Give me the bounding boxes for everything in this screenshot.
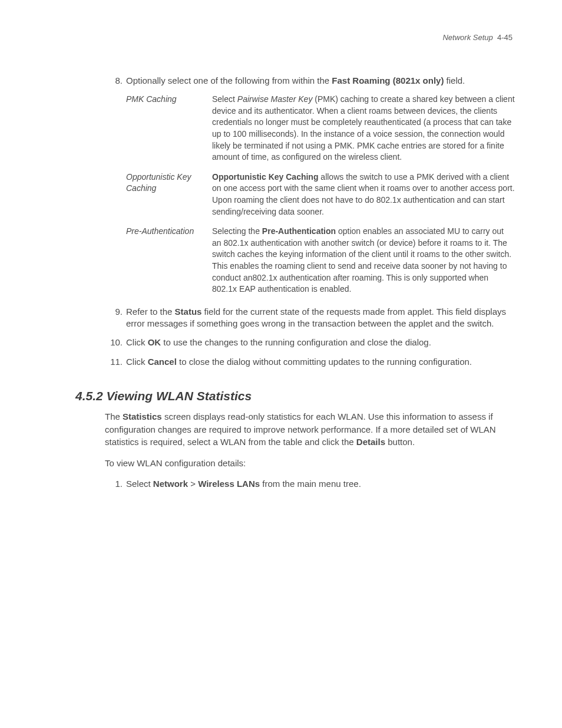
step-11: 11. Click Cancel to close the dialog wit…: [108, 356, 515, 368]
document-page: Network Setup 4-45 8. Optionally select …: [0, 0, 562, 728]
section-step-1: 1. Select Network > Wireless LANs from t…: [108, 478, 515, 490]
step-body: Click Cancel to close the dialog without…: [126, 356, 515, 368]
ok-button-label: OK: [148, 337, 161, 347]
table-row: PMK Caching Select Pairwise Master Key (…: [126, 94, 515, 163]
details-button-label: Details: [356, 437, 385, 447]
step-body: Optionally select one of the following f…: [126, 75, 515, 87]
fast-roaming-field-label: Fast Roaming (8021x only): [332, 75, 444, 85]
chapter-title: Network Setup: [442, 33, 492, 42]
wireless-lans-menu-label: Wireless LANs: [198, 479, 260, 489]
def-opportunistic-key-caching: Opportunistic Key Caching allows the swi…: [212, 172, 515, 218]
step-number: 9.: [108, 306, 123, 330]
step-number: 11.: [108, 356, 123, 368]
def-pre-authentication: Selecting the Pre-Authentication option …: [212, 226, 515, 295]
table-row: Pre-Authentication Selecting the Pre-Aut…: [126, 226, 515, 295]
page-header: Network Setup 4-45: [75, 33, 515, 42]
cancel-button-label: Cancel: [148, 357, 177, 367]
step-9: 9. Refer to the Status field for the cur…: [108, 306, 515, 330]
term-opportunistic-key-caching: Opportunistic Key Caching: [126, 172, 201, 218]
section-paragraph: To view WLAN configuration details:: [105, 457, 515, 470]
table-row: Opportunistic Key Caching Opportunistic …: [126, 172, 515, 218]
statistics-screen-label: Statistics: [123, 411, 162, 421]
definition-table: PMK Caching Select Pairwise Master Key (…: [126, 94, 515, 295]
network-menu-label: Network: [153, 479, 188, 489]
step-number: 8.: [108, 75, 123, 87]
status-field-label: Status: [175, 307, 202, 317]
step-8: 8. Optionally select one of the followin…: [108, 75, 515, 87]
term-pre-authentication: Pre-Authentication: [126, 226, 201, 295]
step-number: 1.: [108, 478, 123, 490]
section-heading: 4.5.2 Viewing WLAN Statistics: [75, 389, 515, 403]
def-pmk-caching: Select Pairwise Master Key (PMK) caching…: [212, 94, 515, 163]
step-number: 10.: [108, 337, 123, 348]
step-body: Select Network > Wireless LANs from the …: [126, 478, 515, 490]
step-body: Click OK to use the changes to the runni…: [126, 337, 515, 348]
term-pmk-caching: PMK Caching: [126, 94, 201, 163]
page-number: 4-45: [497, 33, 513, 42]
step-10: 10. Click OK to use the changes to the r…: [108, 337, 515, 348]
step-body: Refer to the Status field for the curren…: [126, 306, 515, 330]
section-paragraph: The Statistics screen displays read-only…: [105, 410, 515, 449]
